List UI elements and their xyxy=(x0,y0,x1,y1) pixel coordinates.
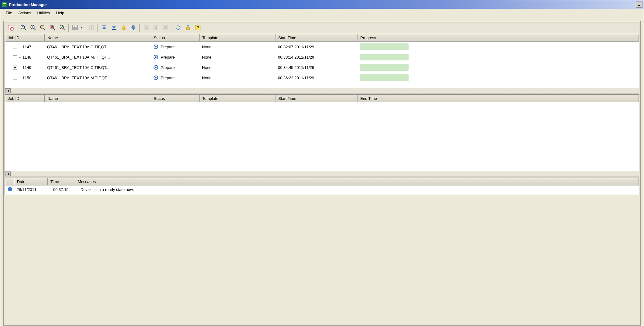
col-template[interactable]: Template xyxy=(200,34,276,41)
svg-line-8 xyxy=(24,29,26,30)
zoom-check-button[interactable] xyxy=(58,23,67,32)
history-body xyxy=(5,102,639,171)
minimize-button[interactable] xyxy=(636,2,642,8)
col-jobid[interactable]: Job ID xyxy=(5,95,45,102)
col-progress[interactable]: Progress xyxy=(358,34,639,41)
svg-point-7 xyxy=(22,25,24,27)
expand-icon[interactable]: + xyxy=(13,76,17,80)
menubar: File Actions Utilities Help xyxy=(0,9,644,17)
col-name[interactable]: Name xyxy=(45,95,151,102)
col-status[interactable]: Status xyxy=(151,34,200,41)
zoom-pause-button[interactable] xyxy=(38,23,47,32)
job-row[interactable]: +–1148QT461_BRA_TEXT.10A.M.TIF,QT...Prep… xyxy=(5,52,639,62)
cell-jobid: +–1148 xyxy=(5,54,45,60)
cell-status: Prepare xyxy=(151,74,200,81)
cell-status: Prepare xyxy=(151,64,200,71)
cell-progress xyxy=(358,63,639,72)
col-time[interactable]: Time xyxy=(48,178,75,185)
svg-rect-30 xyxy=(102,25,106,26)
help-button[interactable]: ? xyxy=(193,23,202,32)
cell-name: QT461_BRA_TEXT.10A.M.TIF,QT... xyxy=(45,75,151,81)
col-start[interactable]: Start Time xyxy=(276,34,358,41)
app-icon xyxy=(2,2,7,7)
col-icon[interactable] xyxy=(5,178,14,185)
menu-actions[interactable]: Actions xyxy=(15,9,34,16)
messages-pane: Date Time Messages i 29/11/2011 00:37:19… xyxy=(5,178,639,195)
info-icon: i xyxy=(8,187,14,192)
svg-marker-45 xyxy=(177,25,178,27)
jobs-hscroll[interactable]: ◄ xyxy=(5,88,639,93)
status-prepare-icon xyxy=(153,55,158,59)
col-template[interactable]: Template xyxy=(200,95,276,102)
tree-line-icon: – xyxy=(19,76,22,80)
jobs-body: +–1147QT461_BRA_TEXT.10A.C.TIF,QT...Prep… xyxy=(5,42,639,88)
move-bottom-button[interactable] xyxy=(109,23,118,32)
job-row[interactable]: +–1147QT461_BRA_TEXT.10A.C.TIF,QT...Prep… xyxy=(5,42,639,52)
job-row[interactable]: +–1150QT461_BRA_TEXT.10A.M.TIF,QT...Prep… xyxy=(5,73,639,83)
status-prepare-icon xyxy=(153,44,158,49)
progress-bar xyxy=(360,54,409,60)
jobs-pane: Job ID Name Status Template Start Time P… xyxy=(5,34,639,94)
message-date: 29/11/2011 xyxy=(17,187,53,192)
menu-file[interactable]: File xyxy=(3,9,15,16)
cell-template: None xyxy=(200,64,276,71)
scroll-left-icon[interactable]: ◄ xyxy=(5,171,11,176)
expand-icon[interactable]: + xyxy=(13,45,17,49)
refresh-button[interactable] xyxy=(174,23,183,32)
col-jobid[interactable]: Job ID xyxy=(5,34,45,41)
expand-icon[interactable]: + xyxy=(13,66,17,70)
tree-line-icon: – xyxy=(19,65,22,70)
eject-button xyxy=(161,23,170,32)
status-text: Prepare xyxy=(161,55,175,59)
menu-utilities[interactable]: Utilities xyxy=(34,9,53,16)
cell-start: 00:32:07 2011/11/29 xyxy=(276,44,358,50)
col-name[interactable]: Name xyxy=(45,34,151,41)
move-up-button[interactable] xyxy=(119,23,128,32)
expand-icon[interactable]: + xyxy=(13,55,17,59)
zoom-clock-button[interactable] xyxy=(19,23,28,32)
svg-point-13 xyxy=(40,25,44,29)
job-id-text: 1148 xyxy=(22,55,31,59)
cell-start: 00:36:22 2011/11/29 xyxy=(276,75,358,81)
list-button[interactable] xyxy=(70,23,80,32)
settings-button[interactable] xyxy=(6,23,15,32)
toolbar-separator xyxy=(17,24,17,32)
svg-rect-44 xyxy=(164,29,167,29)
status-text: Prepare xyxy=(161,65,175,70)
cell-start: 00:34:45 2011/11/29 xyxy=(276,64,358,71)
svg-point-54 xyxy=(155,67,157,68)
col-date[interactable]: Date xyxy=(14,178,48,185)
scroll-left-icon[interactable]: ◄ xyxy=(5,88,11,93)
col-status[interactable]: Status xyxy=(151,95,200,102)
status-prepare-icon xyxy=(153,65,158,70)
cell-name: QT461_BRA_TEXT.10A.C.TIF,QT... xyxy=(45,64,151,71)
move-top-button[interactable] xyxy=(100,23,109,32)
list-dropdown[interactable]: ▼ xyxy=(80,26,83,29)
svg-text:?: ? xyxy=(197,25,199,30)
job-id-text: 1147 xyxy=(22,45,31,49)
history-hscroll[interactable]: ◄ xyxy=(5,171,639,176)
svg-marker-35 xyxy=(131,25,135,30)
cell-progress xyxy=(358,53,639,61)
svg-marker-31 xyxy=(102,26,106,29)
cell-start: 00:33:14 2011/11/29 xyxy=(276,54,358,60)
toolbar: ▼ i xyxy=(5,22,639,33)
zoom-target-button[interactable] xyxy=(29,23,38,32)
svg-rect-46 xyxy=(187,27,190,30)
col-messages[interactable]: Messages xyxy=(75,178,639,185)
content-area: ▼ i xyxy=(0,17,644,326)
message-row[interactable]: i 29/11/2011 00:37:19 Device is in a rea… xyxy=(5,185,639,194)
move-down-button[interactable] xyxy=(129,23,138,32)
menu-help[interactable]: Help xyxy=(53,9,67,16)
col-start[interactable]: Start Time xyxy=(276,95,358,102)
svg-rect-41 xyxy=(156,26,157,29)
lock-button[interactable] xyxy=(183,23,193,32)
titlebar: Production Manager xyxy=(0,0,644,9)
job-row[interactable]: +–1149QT461_BRA_TEXT.10A.C.TIF,QT...Prep… xyxy=(5,62,639,73)
zoom-cancel-button[interactable] xyxy=(48,23,57,32)
cell-jobid: +–1150 xyxy=(5,75,45,81)
window-title: Production Manager xyxy=(9,2,636,7)
svg-marker-32 xyxy=(112,26,116,29)
col-end[interactable]: End Time xyxy=(358,95,639,102)
cell-status: Prepare xyxy=(151,43,200,50)
